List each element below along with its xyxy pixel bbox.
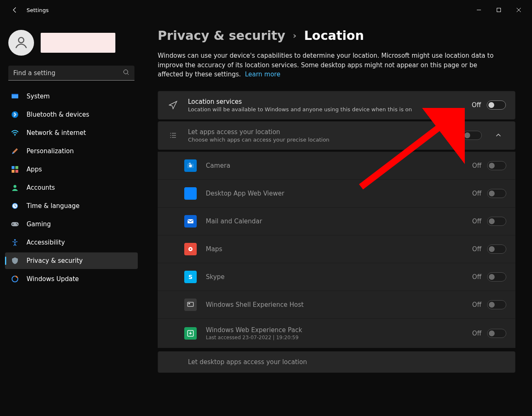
nav-item-accessibility[interactable]: Accessibility <box>5 234 138 251</box>
app-icon-camera <box>184 159 197 172</box>
search-box[interactable] <box>8 66 134 81</box>
main-content: Privacy & security › Location Windows ca… <box>141 20 532 416</box>
svg-rect-4 <box>12 94 18 95</box>
location-icon <box>167 100 179 110</box>
nav-label: Accessibility <box>27 239 65 246</box>
app-name: Camera <box>206 162 463 169</box>
wifi-icon <box>11 129 19 137</box>
app-row-maps: MapsOff <box>158 235 515 263</box>
breadcrumb-parent[interactable]: Privacy & security <box>158 28 286 43</box>
app-name: Desktop App Web Viewer <box>206 190 463 197</box>
svg-rect-22 <box>188 219 193 223</box>
nav-label: System <box>27 93 50 100</box>
svg-rect-10 <box>15 170 18 173</box>
person-icon <box>13 35 29 51</box>
nav-item-privacy[interactable]: Privacy & security <box>5 252 138 269</box>
nav-label: Privacy & security <box>27 257 83 264</box>
app-name: Skype <box>206 273 463 281</box>
svg-point-1 <box>19 37 24 43</box>
svg-rect-21 <box>189 163 191 164</box>
toggle-state-label: Off <box>472 162 481 169</box>
app-toggle-mail[interactable] <box>487 217 506 226</box>
nav-item-personalization[interactable]: Personalization <box>5 143 138 159</box>
bluetooth-icon <box>11 110 19 119</box>
breadcrumb: Privacy & security › Location <box>158 28 515 43</box>
nav-item-network[interactable]: Network & internet <box>5 125 138 141</box>
toggle-state-label: Off <box>472 101 481 109</box>
update-icon <box>11 275 19 283</box>
app-icon-shell <box>184 299 197 311</box>
search-icon <box>123 69 129 77</box>
brush-icon <box>11 147 19 155</box>
app-row-camera: CameraOff <box>158 152 515 179</box>
minimize-button[interactable] <box>469 2 489 18</box>
nav-label: Accounts <box>27 184 55 191</box>
app-icon-webexp <box>184 327 197 340</box>
app-row-shell: Windows Shell Experience HostOff <box>158 291 515 318</box>
nav-item-system[interactable]: System <box>5 88 138 105</box>
chevron-up-icon <box>495 132 501 138</box>
close-button[interactable] <box>509 2 529 18</box>
app-toggle-dawv[interactable] <box>487 189 506 198</box>
nav-item-apps[interactable]: Apps <box>5 161 138 178</box>
collapse-button[interactable] <box>491 132 506 138</box>
location-services-card[interactable]: Location services Location will be avail… <box>158 91 515 120</box>
account-icon <box>11 184 19 192</box>
app-toggle-skype[interactable] <box>487 272 506 281</box>
user-name-redacted <box>41 33 115 53</box>
nav-label: Network & internet <box>27 129 86 137</box>
toggle-state-label: Off <box>472 190 481 197</box>
card-subtitle: Choose which apps can access your precis… <box>188 137 439 143</box>
minimize-icon <box>476 7 481 12</box>
app-toggle-maps[interactable] <box>487 245 506 254</box>
nav-label: Time & language <box>27 202 80 210</box>
svg-point-6 <box>15 135 15 136</box>
nav-label: Personalization <box>27 147 74 155</box>
gamepad-icon <box>11 220 19 228</box>
app-toggle-camera[interactable] <box>487 161 506 170</box>
page-description: Windows can use your device's capabiliti… <box>158 51 498 79</box>
app-name: Windows Web Experience Pack <box>206 326 463 334</box>
nav-item-update[interactable]: Windows Update <box>5 271 138 287</box>
back-button[interactable] <box>7 2 23 18</box>
app-toggle-shell[interactable] <box>487 300 506 309</box>
nav-item-gaming[interactable]: Gaming <box>5 216 138 232</box>
maximize-button[interactable] <box>489 2 509 18</box>
desktop-apps-card[interactable]: Let desktop apps access your location <box>158 351 515 373</box>
svg-rect-9 <box>12 170 15 173</box>
svg-point-17 <box>14 239 16 241</box>
card-subtitle: Location will be available to Windows an… <box>188 106 463 113</box>
apps-access-card[interactable]: Let apps access your location Choose whi… <box>158 121 515 150</box>
clock-icon <box>11 202 19 210</box>
app-row-skype: SSkypeOff <box>158 263 515 291</box>
location-services-toggle[interactable] <box>487 100 506 110</box>
app-toggle-webexp[interactable] <box>487 329 506 338</box>
app-icon-dawv <box>184 187 197 200</box>
toggle-state-label: Off <box>472 245 481 253</box>
learn-more-link[interactable]: Learn more <box>245 71 281 78</box>
list-icon <box>167 131 179 139</box>
close-icon <box>516 7 521 12</box>
window-title: Settings <box>27 7 49 13</box>
nav-item-time[interactable]: Time & language <box>5 198 138 214</box>
apps-access-toggle[interactable] <box>463 131 482 140</box>
card-title: Location services <box>188 98 463 105</box>
search-input[interactable] <box>13 69 123 77</box>
app-name: Maps <box>206 245 463 253</box>
svg-point-20 <box>189 164 192 167</box>
sidebar: System Bluetooth & devices Network & int… <box>0 20 141 416</box>
accessibility-icon <box>11 238 19 247</box>
toggle-state-label: Off <box>472 218 481 225</box>
svg-point-11 <box>14 185 17 188</box>
titlebar: Settings <box>0 0 532 20</box>
svg-point-15 <box>16 223 17 224</box>
nav-label: Apps <box>27 166 42 173</box>
shield-icon <box>11 257 19 265</box>
toggle-state-label: Off <box>448 132 457 139</box>
card-title: Let apps access your location <box>188 128 439 136</box>
user-profile[interactable] <box>5 25 138 64</box>
app-row-webexp: Windows Web Experience PackLast accessed… <box>158 318 515 348</box>
nav-item-accounts[interactable]: Accounts <box>5 179 138 196</box>
nav-item-bluetooth[interactable]: Bluetooth & devices <box>5 106 138 123</box>
maximize-icon <box>496 7 501 12</box>
